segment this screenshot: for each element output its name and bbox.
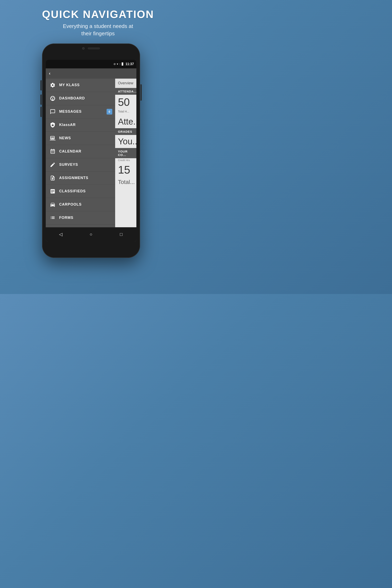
nav-label-surveys: SURVEYS <box>59 162 78 167</box>
back-button[interactable]: ‹ <box>49 71 50 76</box>
nav-label-messages: MESSAGES <box>59 110 82 114</box>
battery-icon: ▊ <box>122 62 124 66</box>
total-text: Total... <box>115 177 136 188</box>
phone-frame: ⊘ ▾ ↑ ▊ 11:37 ‹ <box>42 44 140 258</box>
nav-item-klassar[interactable]: KlassAR <box>46 118 115 132</box>
nav-item-carpools[interactable]: CARPOOLS <box>46 198 115 211</box>
car-icon <box>49 201 56 208</box>
nav-item-my-klass[interactable]: MY KLASS <box>46 78 115 92</box>
calendar-icon <box>49 148 56 155</box>
attendance-sublabel: Total H... <box>115 110 136 115</box>
do-not-disturb-icon: ⊘ <box>114 62 116 66</box>
svg-rect-0 <box>50 140 56 140</box>
nav-item-classifieds[interactable]: CLASSIFIEDS <box>46 185 115 198</box>
nav-label-carpools: CARPOOLS <box>59 202 82 206</box>
messages-icon <box>49 108 56 115</box>
speaker <box>88 47 100 50</box>
home-nav-button[interactable]: ○ <box>86 229 96 240</box>
grades-header: GRADES <box>115 128 136 135</box>
header: QUICK NAVIGATION Everything a student ne… <box>42 8 154 37</box>
messages-badge: 0 <box>106 109 112 114</box>
nav-item-surveys[interactable]: SURVEYS <box>46 158 115 172</box>
nav-item-forms[interactable]: FORMS <box>46 211 115 224</box>
right-panel: Overview ATTENDA... 50 Total H... Atte..… <box>115 78 136 227</box>
nav-item-calendar[interactable]: CALENDAR <box>46 145 115 158</box>
phone-screen: ⊘ ▾ ↑ ▊ 11:37 ‹ <box>46 60 136 242</box>
sidebar: MY KLASS DASHBOARD <box>46 78 115 227</box>
overview-tab[interactable]: Overview <box>115 78 136 88</box>
phone-top <box>82 47 100 50</box>
attendance-header: ATTENDA... <box>115 88 136 95</box>
status-time: 11:37 <box>126 62 134 66</box>
camera <box>82 47 84 50</box>
nav-label-forms: FORMS <box>59 216 74 220</box>
attendance-value: 50 <box>115 95 136 110</box>
assignments-icon <box>49 174 56 182</box>
recent-nav-button[interactable]: □ <box>116 229 126 240</box>
settings-icon <box>49 82 56 89</box>
nav-label-assignments: ASSIGNMENTS <box>59 176 88 180</box>
status-icons: ⊘ ▾ ↑ ▊ 11:37 <box>114 62 134 66</box>
nav-item-news[interactable]: NEWS <box>46 132 115 145</box>
wifi-icon: ▾ <box>117 62 118 66</box>
forms-icon <box>49 214 56 222</box>
surveys-icon <box>49 161 56 168</box>
nav-label-classifieds: CLASSIFIEDS <box>59 189 86 193</box>
signal-icon: ↑ <box>119 62 121 66</box>
nav-item-assignments[interactable]: ASSIGNMENTS <box>46 172 115 185</box>
page-title: QUICK NAVIGATION <box>42 8 154 20</box>
nav-label-my-klass: MY KLASS <box>59 83 80 87</box>
back-nav-button[interactable]: ◁ <box>56 229 66 240</box>
main-area: MY KLASS DASHBOARD <box>46 78 136 227</box>
courses-value: 15 <box>115 163 136 177</box>
courses-header: YOUR CO... <box>115 148 136 158</box>
classifieds-icon <box>49 188 56 195</box>
ar-icon <box>49 121 56 128</box>
bottom-nav: ◁ ○ □ <box>46 227 136 242</box>
page-subtitle: Everything a student needs attheir finge… <box>42 22 154 37</box>
nav-item-dashboard[interactable]: DASHBOARD <box>46 92 115 105</box>
dashboard-icon <box>49 95 56 102</box>
attendance-text: Atte... <box>115 115 136 128</box>
nav-label-klassar: KlassAR <box>59 123 76 127</box>
nav-item-messages[interactable]: MESSAGES 0 <box>46 105 115 118</box>
page-container: QUICK NAVIGATION Everything a student ne… <box>42 0 154 258</box>
nav-label-dashboard: DASHBOARD <box>59 96 85 100</box>
app-content: ‹ MY KLASS <box>46 68 136 242</box>
courses-sublabel: Credit Hrs <box>115 158 136 163</box>
nav-label-news: NEWS <box>59 136 71 140</box>
nav-item-galleries[interactable]: GALLERIES <box>46 224 115 227</box>
top-bar: ‹ <box>46 68 136 78</box>
status-bar: ⊘ ▾ ↑ ▊ 11:37 <box>46 60 136 68</box>
nav-label-calendar: CALENDAR <box>59 149 82 154</box>
news-icon <box>49 134 56 142</box>
grades-text: You... <box>115 135 136 148</box>
